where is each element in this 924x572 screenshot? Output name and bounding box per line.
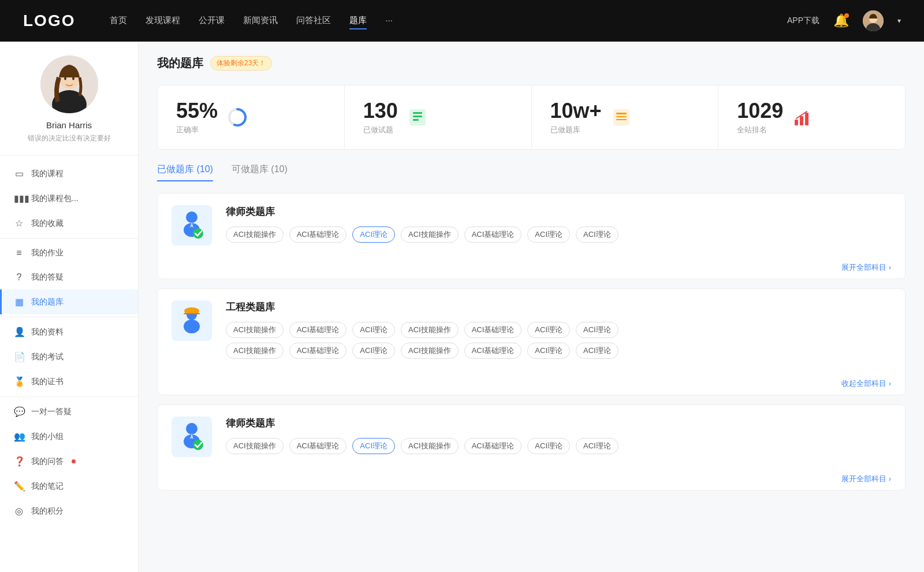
sidebar-item-qa[interactable]: ? 我的答疑 — [0, 265, 138, 289]
sidebar-item-group[interactable]: 👥 我的小组 — [0, 424, 138, 449]
notification-dot — [844, 13, 849, 18]
nav-home[interactable]: 首页 — [110, 13, 127, 29]
ranking-label: 全站排名 — [737, 125, 783, 135]
stat-ranking: 1029 全站排名 — [718, 86, 905, 149]
sidebar-item-my-qa[interactable]: ❓ 我的问答 — [0, 449, 138, 474]
lawyer-icon-wrap-2 — [172, 417, 212, 457]
stats-row: 55% 正确率 130 已做试题 — [157, 85, 906, 150]
tag[interactable]: ACI技能操作 — [226, 322, 284, 338]
app-download-button[interactable]: APP下载 — [787, 16, 819, 26]
svg-point-22 — [186, 211, 198, 223]
sidebar-item-homework[interactable]: ≡ 我的作业 — [0, 241, 138, 265]
tag[interactable]: ACI基础理论 — [289, 226, 347, 243]
nav-more[interactable]: ··· — [385, 13, 393, 29]
sidebar-item-my-courses[interactable]: ▭ 我的课程 — [0, 161, 138, 186]
tag[interactable]: ACI理论 — [576, 438, 619, 454]
category-card-lawyer-1: 律师类题库 ACI技能操作 ACI基础理论 ACI理论 ACI技能操作 ACI基… — [157, 193, 906, 279]
tag[interactable]: ACI基础理论 — [464, 438, 522, 454]
sidebar-item-points[interactable]: ◎ 我的积分 — [0, 499, 138, 523]
tag[interactable]: ACI基础理论 — [289, 343, 347, 359]
svg-rect-13 — [413, 116, 422, 117]
tag[interactable]: ACI理论 — [527, 438, 570, 454]
profile-name: Brian Harris — [46, 120, 92, 130]
page-title: 我的题库 — [157, 55, 203, 71]
lawyer-category-content: 律师类题库 ACI技能操作 ACI基础理论 ACI理论 ACI技能操作 ACI基… — [226, 205, 891, 247]
lawyer-title-2: 律师类题库 — [226, 417, 891, 430]
tag[interactable]: ACI理论 — [576, 226, 619, 243]
sidebar-item-exam[interactable]: 📄 我的考试 — [0, 344, 138, 369]
sidebar: Brian Harris 错误的决定比没有决定要好 ▭ 我的课程 ▮▮▮ 我的课… — [0, 42, 139, 572]
tag[interactable]: ACI基础理论 — [464, 226, 522, 243]
tag[interactable]: ACI理论 — [527, 322, 570, 338]
lawyer-icon-wrap — [172, 205, 212, 246]
nav-links: 首页 发现课程 公开课 新闻资讯 问答社区 题库 ··· — [110, 13, 764, 29]
unread-dot — [72, 459, 76, 463]
tab-available[interactable]: 可做题库 (10) — [232, 164, 288, 181]
tag[interactable]: ACI理论 — [576, 343, 619, 359]
tab-done[interactable]: 已做题库 (10) — [157, 164, 213, 181]
svg-rect-16 — [616, 113, 627, 114]
sidebar-item-notes[interactable]: ✏️ 我的笔记 — [0, 474, 138, 499]
notes-icon: ✏️ — [14, 481, 24, 492]
sidebar-label: 我的小组 — [31, 432, 64, 442]
tag[interactable]: ACI技能操作 — [401, 322, 459, 338]
tag[interactable]: ACI技能操作 — [401, 343, 459, 359]
engineer-title: 工程类题库 — [226, 300, 891, 314]
sidebar-item-profile[interactable]: 👤 我的资料 — [0, 320, 138, 344]
expand-button-1[interactable]: 展开全部科目 › — [158, 259, 905, 278]
tag[interactable]: ACI技能操作 — [401, 438, 459, 454]
sidebar-label: 我的积分 — [31, 506, 64, 517]
tag[interactable]: ACI基础理论 — [289, 322, 347, 338]
group-icon: 👥 — [14, 431, 24, 442]
svg-point-27 — [184, 320, 200, 333]
user-menu-chevron[interactable]: ▾ — [897, 17, 901, 25]
sidebar-item-favorites[interactable]: ☆ 我的收藏 — [0, 211, 138, 236]
main-content: 我的题库 体验剩余23天！ 55% 正确率 — [139, 42, 924, 572]
profile-icon: 👤 — [14, 326, 24, 337]
tag[interactable]: ACI理论 — [576, 322, 619, 338]
nav-qa[interactable]: 问答社区 — [296, 13, 331, 29]
sidebar-label: 我的课程包... — [31, 194, 79, 204]
nav-question-bank[interactable]: 题库 — [349, 13, 367, 29]
tag[interactable]: ACI基础理论 — [464, 343, 522, 359]
tag[interactable]: ACI技能操作 — [226, 438, 284, 454]
user-avatar[interactable] — [863, 10, 884, 31]
expand-button-3[interactable]: 展开全部科目 › — [158, 470, 905, 490]
sidebar-label: 我的资料 — [31, 327, 64, 337]
tag[interactable]: ACI理论 — [352, 343, 395, 359]
tag-active[interactable]: ACI理论 — [352, 226, 395, 243]
engineer-tags-row1: ACI技能操作 ACI基础理论 ACI理论 ACI技能操作 ACI基础理论 AC… — [226, 322, 891, 338]
tag[interactable]: ACI基础理论 — [464, 322, 522, 338]
course-icon: ▭ — [14, 168, 24, 179]
tag-active[interactable]: ACI理论 — [352, 438, 395, 454]
sidebar-item-question-bank[interactable]: ▦ 我的题库 — [0, 289, 138, 314]
tag[interactable]: ACI技能操作 — [401, 226, 459, 243]
sidebar-item-certificate[interactable]: 🏅 我的证书 — [0, 369, 138, 394]
done-label: 已做试题 — [363, 125, 398, 135]
nav-news[interactable]: 新闻资讯 — [243, 13, 278, 29]
accuracy-label: 正确率 — [176, 125, 218, 135]
ranking-value: 1029 — [737, 99, 783, 122]
sidebar-label: 一对一答疑 — [31, 407, 72, 417]
tag[interactable]: ACI基础理论 — [289, 438, 347, 454]
tag[interactable]: ACI理论 — [527, 226, 570, 243]
engineer-tags-row2: ACI技能操作 ACI基础理论 ACI理论 ACI技能操作 ACI基础理论 AC… — [226, 343, 891, 359]
nav-discover[interactable]: 发现课程 — [146, 13, 180, 29]
lawyer-tags-2: ACI技能操作 ACI基础理论 ACI理论 ACI技能操作 ACI基础理论 AC… — [226, 438, 891, 454]
tag[interactable]: ACI理论 — [527, 343, 570, 359]
collapse-button[interactable]: 收起全部科目 › — [158, 375, 905, 395]
banks-icon — [611, 107, 632, 128]
sidebar-item-course-package[interactable]: ▮▮▮ 我的课程包... — [0, 186, 138, 211]
tag[interactable]: ACI技能操作 — [226, 343, 284, 359]
divider — [0, 238, 138, 239]
nav-open-course[interactable]: 公开课 — [199, 13, 225, 29]
sidebar-item-one-on-one[interactable]: 💬 一对一答疑 — [0, 399, 138, 424]
notification-bell[interactable]: 🔔 — [833, 13, 849, 28]
category-card-engineer: 工程类题库 ACI技能操作 ACI基础理论 ACI理论 ACI技能操作 ACI基… — [157, 288, 906, 395]
tag[interactable]: ACI理论 — [352, 322, 395, 338]
page-layout: Brian Harris 错误的决定比没有决定要好 ▭ 我的课程 ▮▮▮ 我的课… — [0, 42, 924, 572]
tag[interactable]: ACI技能操作 — [226, 226, 284, 243]
engineer-icon-wrap — [172, 300, 212, 341]
sidebar-label: 我的笔记 — [31, 481, 64, 492]
sidebar-label: 我的题库 — [31, 297, 64, 307]
